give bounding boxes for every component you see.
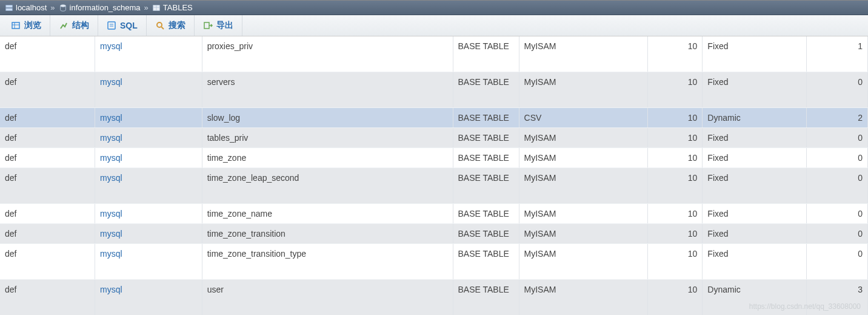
cell-engine: MyISAM bbox=[519, 168, 647, 204]
table-row[interactable]: defmysqltime_zone_transitionBASE TABLEMy… bbox=[0, 224, 868, 244]
cell-schema: mysql bbox=[95, 148, 202, 168]
cell-name: slow_log bbox=[202, 108, 453, 128]
svg-rect-0 bbox=[6, 5, 13, 7]
cell-rows: 0 bbox=[806, 224, 867, 244]
schema-link[interactable]: mysql bbox=[100, 209, 122, 218]
breadcrumb-server[interactable]: localhost bbox=[5, 3, 47, 12]
tab-browse[interactable]: 浏览 bbox=[2, 15, 50, 36]
table-row[interactable]: defmysqltime_zone_transition_typeBASE TA… bbox=[0, 244, 868, 280]
schema-link[interactable]: mysql bbox=[100, 41, 122, 51]
cell-rows: 0 bbox=[806, 244, 867, 280]
svg-point-2 bbox=[60, 4, 65, 7]
browse-icon bbox=[11, 21, 21, 30]
cell-rows: 2 bbox=[806, 108, 867, 128]
cell-catalog: def bbox=[0, 148, 95, 168]
cell-name: time_zone_name bbox=[202, 204, 453, 224]
cell-catalog: def bbox=[0, 108, 95, 128]
cell-name: user bbox=[202, 280, 453, 316]
table-row[interactable]: defmysqlproxies_privBASE TABLEMyISAM10Fi… bbox=[0, 36, 868, 72]
cell-rows: 0 bbox=[806, 72, 867, 108]
cell-schema: mysql bbox=[95, 108, 202, 128]
cell-engine: MyISAM bbox=[519, 148, 647, 168]
cell-name: servers bbox=[202, 72, 453, 108]
server-icon bbox=[5, 4, 13, 12]
cell-rows: 0 bbox=[806, 168, 867, 204]
breadcrumb-table-label: TABLES bbox=[163, 3, 193, 12]
tab-search[interactable]: 搜索 bbox=[147, 15, 195, 36]
tab-export[interactable]: 导出 bbox=[195, 15, 242, 36]
schema-link[interactable]: mysql bbox=[100, 133, 122, 143]
cell-name: time_zone bbox=[202, 148, 453, 168]
cell-schema: mysql bbox=[95, 36, 202, 72]
cell-version: 10 bbox=[647, 244, 703, 280]
cell-schema: mysql bbox=[95, 244, 202, 280]
cell-engine: MyISAM bbox=[519, 280, 647, 316]
table-row[interactable]: defmysqltime_zoneBASE TABLEMyISAM10Fixed… bbox=[0, 148, 868, 168]
schema-link[interactable]: mysql bbox=[100, 173, 122, 183]
svg-line-13 bbox=[161, 27, 164, 29]
svg-rect-14 bbox=[204, 22, 209, 29]
tab-export-label: 导出 bbox=[216, 20, 233, 31]
cell-version: 10 bbox=[647, 72, 703, 108]
cell-type: BASE TABLE bbox=[453, 108, 519, 128]
cell-schema: mysql bbox=[95, 168, 202, 204]
cell-name: time_zone_transition_type bbox=[202, 244, 453, 280]
schema-link[interactable]: mysql bbox=[100, 285, 122, 294]
schema-link[interactable]: mysql bbox=[100, 113, 122, 123]
search-icon bbox=[155, 21, 165, 30]
cell-type: BASE TABLE bbox=[453, 168, 519, 204]
cell-name: tables_priv bbox=[202, 128, 453, 148]
schema-link[interactable]: mysql bbox=[100, 229, 122, 239]
cell-version: 10 bbox=[647, 36, 703, 72]
cell-catalog: def bbox=[0, 244, 95, 280]
cell-engine: MyISAM bbox=[519, 244, 647, 280]
cell-row-format: Fixed bbox=[703, 128, 807, 148]
cell-catalog: def bbox=[0, 224, 95, 244]
tab-structure[interactable]: 结构 bbox=[50, 15, 98, 36]
tab-search-label: 搜索 bbox=[169, 20, 185, 31]
tab-sql-label: SQL bbox=[120, 21, 138, 30]
table-row[interactable]: defmysqltime_zone_leap_secondBASE TABLEM… bbox=[0, 168, 868, 204]
schema-link[interactable]: mysql bbox=[100, 153, 122, 163]
tab-browse-label: 浏览 bbox=[24, 20, 41, 31]
cell-row-format: Fixed bbox=[703, 36, 807, 72]
cell-row-format: Dynamic bbox=[703, 280, 807, 316]
cell-rows: 1 bbox=[806, 36, 867, 72]
cell-type: BASE TABLE bbox=[453, 72, 519, 108]
cell-catalog: def bbox=[0, 168, 95, 204]
tabbar: 浏览 结构 SQL 搜索 导出 bbox=[0, 15, 868, 36]
cell-catalog: def bbox=[0, 72, 95, 108]
tab-structure-label: 结构 bbox=[72, 20, 89, 31]
breadcrumb-sep: » bbox=[144, 3, 149, 12]
cell-schema: mysql bbox=[95, 128, 202, 148]
tab-sql[interactable]: SQL bbox=[98, 15, 147, 36]
cell-row-format: Fixed bbox=[703, 168, 807, 204]
schema-link[interactable]: mysql bbox=[100, 77, 122, 87]
cell-rows: 3 bbox=[806, 280, 867, 316]
database-icon bbox=[59, 4, 67, 12]
table-row[interactable]: defmysqltables_privBASE TABLEMyISAM10Fix… bbox=[0, 128, 868, 148]
cell-schema: mysql bbox=[95, 72, 202, 108]
cell-name: time_zone_leap_second bbox=[202, 168, 453, 204]
cell-rows: 0 bbox=[806, 204, 867, 224]
table-row[interactable]: defmysqluserBASE TABLEMyISAM10Dynamic3 bbox=[0, 280, 868, 316]
breadcrumb-database[interactable]: information_schema bbox=[59, 3, 141, 12]
table-row[interactable]: defmysqltime_zone_nameBASE TABLEMyISAM10… bbox=[0, 204, 868, 224]
cell-version: 10 bbox=[647, 280, 703, 316]
cell-version: 10 bbox=[647, 224, 703, 244]
table-row[interactable]: defmysqlserversBASE TABLEMyISAM10Fixed0 bbox=[0, 72, 868, 108]
cell-catalog: def bbox=[0, 36, 95, 72]
cell-rows: 0 bbox=[806, 148, 867, 168]
schema-link[interactable]: mysql bbox=[100, 249, 122, 259]
table-row[interactable]: defmysqlslow_logBASE TABLECSV10Dynamic2 bbox=[0, 108, 868, 128]
cell-row-format: Fixed bbox=[703, 244, 807, 280]
breadcrumb: localhost » information_schema » TABLES bbox=[0, 0, 868, 15]
cell-type: BASE TABLE bbox=[453, 128, 519, 148]
cell-row-format: Dynamic bbox=[703, 108, 807, 128]
cell-schema: mysql bbox=[95, 204, 202, 224]
cell-row-format: Fixed bbox=[703, 224, 807, 244]
cell-type: BASE TABLE bbox=[453, 280, 519, 316]
cell-catalog: def bbox=[0, 280, 95, 316]
breadcrumb-table[interactable]: TABLES bbox=[152, 3, 193, 12]
cell-row-format: Fixed bbox=[703, 72, 807, 108]
